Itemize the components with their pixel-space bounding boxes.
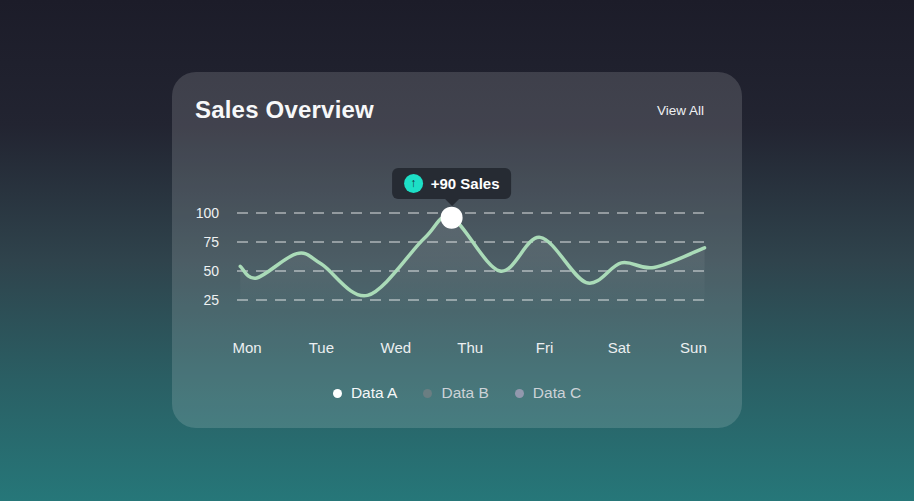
x-axis-label-sat: Sat — [608, 339, 631, 356]
x-axis-label-sun: Sun — [680, 339, 707, 356]
legend-dot — [515, 389, 524, 398]
legend-item-data-a[interactable]: Data A — [333, 384, 398, 402]
x-axis-label-wed: Wed — [381, 339, 412, 356]
legend-label: Data C — [533, 384, 581, 402]
arrow-up-icon: ↑ — [404, 174, 423, 193]
data-point-marker[interactable] — [441, 207, 463, 229]
x-axis-label-thu: Thu — [457, 339, 483, 356]
x-axis-label-mon: Mon — [232, 339, 261, 356]
legend-label: Data B — [441, 384, 488, 402]
x-axis-label-fri: Fri — [536, 339, 554, 356]
chart-canvas — [172, 72, 742, 428]
chart-legend: Data AData BData C — [172, 384, 742, 402]
legend-dot — [423, 389, 432, 398]
legend-dot — [333, 389, 342, 398]
sales-line-chart: 100755025 ↑ +90 Sales MonTueWedThuFriSat… — [172, 72, 742, 428]
legend-item-data-b[interactable]: Data B — [423, 384, 488, 402]
x-axis-label-tue: Tue — [309, 339, 334, 356]
tooltip: ↑ +90 Sales — [392, 168, 512, 199]
legend-label: Data A — [351, 384, 398, 402]
tooltip-label: +90 Sales — [431, 175, 500, 192]
sales-overview-card: Sales Overview View All 100755025 ↑ +90 … — [172, 72, 742, 428]
legend-item-data-c[interactable]: Data C — [515, 384, 581, 402]
